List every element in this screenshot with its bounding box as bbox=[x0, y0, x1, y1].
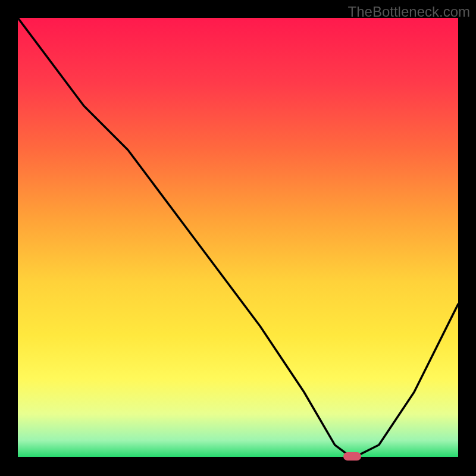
bottleneck-curve bbox=[18, 18, 458, 458]
watermark-text: TheBottleneck.com bbox=[348, 4, 470, 20]
optimal-point-marker bbox=[343, 452, 361, 461]
plot-area bbox=[18, 18, 458, 458]
